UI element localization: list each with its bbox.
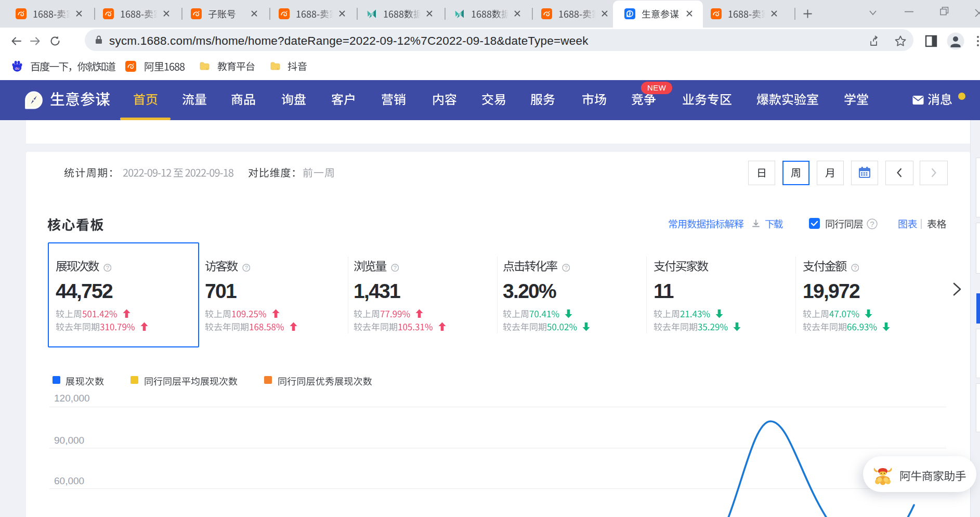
svg-text:?: ?	[106, 265, 109, 271]
svg-text:?: ?	[244, 265, 247, 271]
svg-text:?: ?	[870, 219, 874, 228]
svg-text:?: ?	[564, 265, 567, 271]
svg-text:du: du	[15, 66, 19, 71]
svg-text:?: ?	[393, 265, 396, 271]
svg-text:?: ?	[853, 265, 856, 271]
